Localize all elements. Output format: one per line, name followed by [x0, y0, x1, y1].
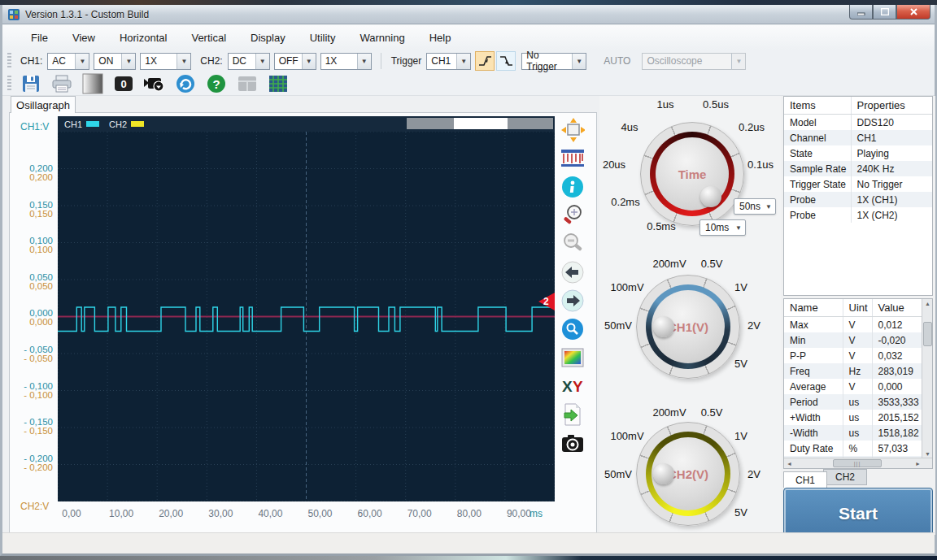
record-button[interactable] — [142, 73, 167, 94]
ch2-probe-select[interactable]: 1X▼ — [320, 53, 372, 70]
print-button[interactable] — [50, 73, 74, 94]
ch2-coupling-select[interactable]: DC▼ — [228, 53, 270, 70]
menu-warnning[interactable]: Warnning — [347, 28, 416, 47]
ch1-volts-knob[interactable]: CH1(V) — [636, 275, 740, 379]
scroll-down-icon[interactable]: ▼ — [925, 451, 930, 457]
measurement-row[interactable]: Periodus3533,333 — [784, 394, 922, 410]
measurement-row[interactable]: P-PV0,032 — [784, 348, 922, 363]
cell: us — [843, 394, 872, 410]
measurement-row[interactable]: MaxV0,012 — [784, 317, 922, 333]
tab-ch1[interactable]: CH1 — [783, 471, 827, 488]
timebase-fine-select[interactable]: 50ns▼ — [734, 198, 776, 215]
panel-icon — [238, 75, 257, 93]
property-row[interactable]: Probe1X (CH2) — [784, 207, 932, 223]
ch1-knob-tick: 5V — [734, 358, 747, 370]
help-button[interactable]: ? — [204, 73, 229, 94]
cell: 1X (CH1) — [851, 192, 932, 207]
status-bar — [2, 532, 935, 553]
camera-icon — [561, 433, 584, 453]
scope-display[interactable]: CH1 CH2 2 — [58, 116, 555, 501]
scroll-right-icon[interactable]: ► — [915, 461, 921, 467]
ch1-knob-tick: 100mV — [610, 281, 643, 293]
measurement-row[interactable]: +Widthus2015,152 — [784, 410, 922, 425]
info-button[interactable] — [560, 176, 585, 198]
scroll-left-icon[interactable]: ◄ — [787, 461, 792, 467]
zoom-out-icon — [561, 232, 584, 255]
menu-vertical[interactable]: Vertical — [179, 28, 238, 47]
position-window[interactable] — [454, 118, 508, 129]
export-button[interactable] — [560, 403, 585, 426]
vertical-scroll-thumb[interactable] — [923, 322, 932, 346]
time-knob-face: Time — [656, 137, 729, 211]
y-tick: 0,1500,150 — [2, 201, 53, 219]
x-tick: 50,00 — [300, 508, 341, 519]
measurement-row[interactable]: AverageV0,000 — [784, 379, 922, 394]
ruler-button[interactable] — [560, 147, 585, 170]
property-row[interactable]: StatePlaying — [784, 145, 932, 161]
svg-text:0: 0 — [120, 78, 126, 90]
tab-osillagraph[interactable]: Osillagraph — [11, 96, 76, 113]
horizontal-scrollbar[interactable]: ◄ ||| ► — [784, 458, 933, 468]
window-title: Version 1.3.1 - Custom Build — [25, 9, 149, 20]
step-forward-button[interactable] — [560, 289, 585, 312]
ch1-on-select[interactable]: ON▼ — [94, 53, 136, 70]
zero-button[interactable]: 0 — [111, 73, 136, 94]
horizontal-scroll-thumb[interactable]: ||| — [833, 459, 882, 467]
vertical-scrollbar[interactable]: ▲ ▼ — [922, 299, 932, 458]
measurement-row[interactable]: MinV-0,020 — [784, 332, 922, 348]
ch1-knob-tick: 2V — [747, 319, 760, 332]
cell: +Width — [784, 410, 843, 425]
time-knob[interactable]: Time — [640, 122, 744, 226]
property-row[interactable]: ChannelCH1 — [784, 130, 932, 145]
ch2-on-select[interactable]: OFF▼ — [274, 53, 316, 70]
maximize-button[interactable] — [873, 5, 896, 20]
property-row[interactable]: Trigger StateNo Trigger — [784, 176, 932, 192]
property-row[interactable]: ModelDDS120 — [784, 115, 932, 131]
ruler-ticks-icon — [560, 148, 585, 169]
cell: Playing — [851, 145, 932, 161]
zoom-out-button[interactable] — [560, 232, 585, 255]
close-button[interactable] — [896, 5, 930, 20]
measurement-row[interactable]: -Widthus1518,182 — [784, 425, 922, 441]
ch2-volts-knob[interactable]: CH2(V) — [636, 422, 740, 526]
pan-button[interactable] — [560, 119, 585, 141]
menu-horizontal[interactable]: Horizontal — [107, 28, 180, 47]
snapshot-button[interactable] — [560, 432, 585, 454]
tab-ch2[interactable]: CH2 — [823, 469, 867, 485]
menu-display[interactable]: Display — [238, 28, 298, 47]
ch1-coupling-select[interactable]: AC▼ — [47, 53, 89, 70]
trigger-mode-select[interactable]: No Trigger▼ — [521, 53, 586, 70]
minimize-button[interactable] — [849, 5, 873, 20]
ch2-knob-tick: 5V — [734, 506, 747, 519]
xy-mode-button[interactable]: X Y — [560, 375, 585, 397]
window-controls — [849, 5, 930, 20]
trigger-source-select[interactable]: CH1▼ — [426, 53, 471, 70]
channel2-position-marker[interactable]: 2 — [538, 293, 555, 310]
refresh-button[interactable] — [173, 73, 198, 94]
cell: Probe — [784, 192, 851, 207]
color-palette-button[interactable] — [560, 346, 585, 369]
background-button[interactable] — [81, 73, 105, 94]
meas-header-value: Value — [872, 299, 922, 317]
horizontal-position-bar[interactable] — [407, 118, 553, 129]
search-button[interactable] — [560, 318, 585, 341]
measurement-row[interactable]: Duty Rate%57,033 — [784, 441, 922, 456]
save-button[interactable] — [19, 73, 43, 94]
scroll-up-icon[interactable]: ▲ — [925, 301, 930, 306]
menu-utility[interactable]: Utility — [298, 28, 348, 47]
chevron-down-icon: ▼ — [121, 54, 135, 69]
timebase-select[interactable]: 10ms▼ — [699, 219, 746, 236]
property-row[interactable]: Probe1X (CH1) — [784, 192, 932, 207]
measurement-row[interactable]: FreqHz283,019 — [784, 363, 922, 379]
menu-help[interactable]: Help — [417, 28, 464, 47]
grid-button[interactable] — [266, 73, 290, 94]
ch1-probe-select[interactable]: 1X▼ — [140, 53, 191, 70]
zoom-in-button[interactable] — [560, 204, 585, 227]
property-row[interactable]: Sample Rate240K Hz — [784, 161, 932, 176]
rising-edge-button[interactable] — [475, 51, 495, 71]
step-back-button[interactable] — [560, 261, 585, 284]
menu-view[interactable]: View — [60, 28, 107, 47]
ch2-knob-tick: 200mV — [652, 406, 686, 419]
falling-edge-button[interactable] — [496, 51, 516, 71]
menu-file[interactable]: File — [19, 28, 60, 47]
